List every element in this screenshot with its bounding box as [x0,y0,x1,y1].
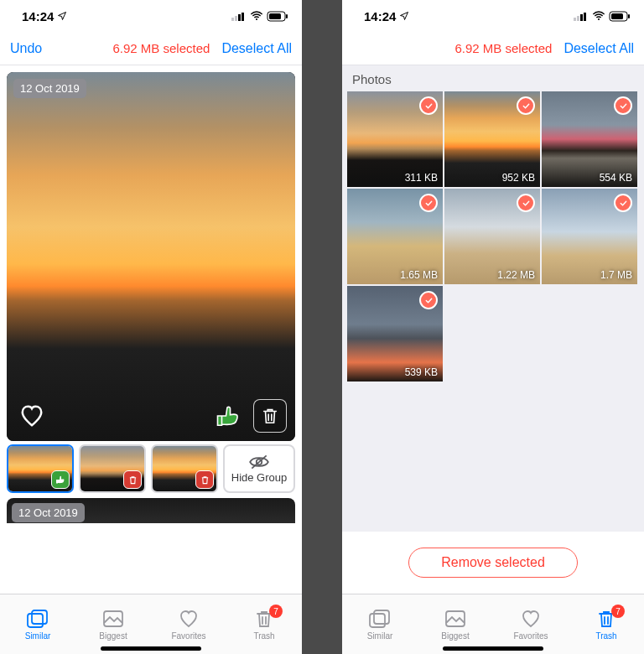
svg-rect-2 [269,13,281,19]
svg-rect-12 [628,14,630,18]
location-icon [57,11,67,21]
tab-biggest[interactable]: Biggest [422,608,489,641]
tab-bar: Similar Biggest Favorites Trash 7 [0,594,302,654]
svg-point-0 [256,18,257,20]
photo-cell[interactable]: 1.65 MB [347,189,443,284]
nav-bar: 6.92 MB selected Deselect All [342,32,644,65]
home-indicator[interactable] [443,646,543,651]
selection-size-label: 6.92 MB selected [455,41,553,55]
tab-bar: Similar Biggest Favorites Trash 7 [342,594,644,654]
photo-preview[interactable]: 12 Oct 2019 [7,72,295,441]
keep-badge-icon [51,470,70,489]
trash-badge: 7 [269,605,283,618]
tab-label: Trash [595,631,616,641]
trash-badge: 7 [611,605,625,618]
trash-badge-icon [123,470,142,489]
thumbnail[interactable] [151,444,218,493]
tab-label: Trash [253,631,274,641]
tab-biggest[interactable]: Biggest [80,608,147,641]
file-size: 1.7 MB [600,269,632,281]
eye-off-icon [248,454,270,470]
checkmark-icon [419,96,438,115]
photo-cell[interactable]: 1.7 MB [542,189,637,284]
svg-rect-7 [32,610,47,624]
trash-badge-icon [195,470,214,489]
status-time: 14:24 [364,9,396,23]
photo-cell[interactable]: 554 KB [542,91,637,187]
tab-trash[interactable]: Trash 7 [573,608,640,641]
checkmark-icon [419,291,438,309]
status-bar: 14:24 [0,0,302,32]
photo-cell[interactable]: 1.22 MB [444,189,540,284]
tab-similar[interactable]: Similar [346,608,413,641]
checkmark-icon [517,194,535,212]
file-size: 539 KB [405,366,438,378]
photo-grid: 311 KB 952 KB 554 KB 1.65 MB 1.22 MB 1.7… [342,91,644,382]
tab-favorites[interactable]: Favorites [497,608,564,641]
svg-rect-15 [446,611,465,626]
svg-rect-13 [370,614,385,627]
image-icon [101,608,125,630]
file-size: 1.65 MB [400,269,438,281]
remove-selected-button[interactable]: Remove selected [408,548,578,578]
svg-rect-6 [28,614,43,627]
tab-label: Favorites [171,631,205,641]
thumbnail[interactable] [79,444,146,493]
home-indicator[interactable] [101,646,201,651]
tab-label: Biggest [99,631,127,641]
screen-similar: 14:24 Undo 6.92 MB selected Deselect All… [0,0,302,654]
next-group-preview[interactable]: 12 Oct 2019 [7,498,295,523]
tab-similar[interactable]: Similar [4,608,71,641]
thumbnail-strip: Hide Group [0,444,302,498]
tab-label: Biggest [441,631,469,641]
deselect-all-button[interactable]: Deselect All [564,41,634,56]
tab-favorites[interactable]: Favorites [155,608,222,641]
file-size: 554 KB [600,172,632,184]
trash-button[interactable] [253,399,287,433]
svg-point-9 [598,18,600,20]
selection-size-label: 6.92 MB selected [113,41,210,55]
cell-signal-icon [574,11,589,21]
location-icon [399,11,409,21]
photo-cell[interactable]: 539 KB [347,286,443,382]
file-size: 311 KB [405,172,438,184]
wifi-icon [592,11,605,21]
tab-label: Favorites [513,631,548,641]
cell-signal-icon [231,11,247,21]
status-time: 14:24 [22,9,54,23]
battery-icon [267,11,288,22]
tab-trash[interactable]: Trash 7 [231,608,298,641]
similar-icon [368,608,392,630]
favorite-button[interactable] [15,399,49,433]
hide-group-button[interactable]: Hide Group [223,444,295,493]
nav-bar: Undo 6.92 MB selected Deselect All [0,32,302,65]
file-size: 952 KB [502,172,535,184]
keep-button[interactable] [211,399,245,433]
svg-rect-8 [104,611,122,626]
image-icon [444,608,467,630]
heart-icon [520,608,542,630]
preview-image [7,72,295,441]
svg-rect-11 [611,13,623,19]
photo-cell[interactable]: 311 KB [347,91,443,187]
svg-rect-14 [374,610,389,624]
battery-icon [609,11,631,22]
checkmark-icon [419,194,438,212]
wifi-icon [250,11,263,21]
screen-trash: 14:24 6.92 MB selected Deselect All Phot… [342,0,644,654]
svg-rect-3 [286,14,288,18]
section-header: Photos [342,65,644,91]
photo-cell[interactable]: 952 KB [444,91,540,187]
checkmark-icon [517,96,535,115]
deselect-all-button[interactable]: Deselect All [221,41,292,56]
file-size: 1.22 MB [497,269,535,281]
heart-icon [178,608,200,630]
checkmark-icon [614,194,632,212]
status-bar: 14:24 [342,0,644,32]
thumbnail[interactable] [7,444,74,493]
checkmark-icon [614,96,632,115]
similar-icon [26,608,49,630]
undo-button[interactable]: Undo [10,41,42,56]
remove-bar: Remove selected [342,532,644,594]
tab-label: Similar [25,631,51,641]
